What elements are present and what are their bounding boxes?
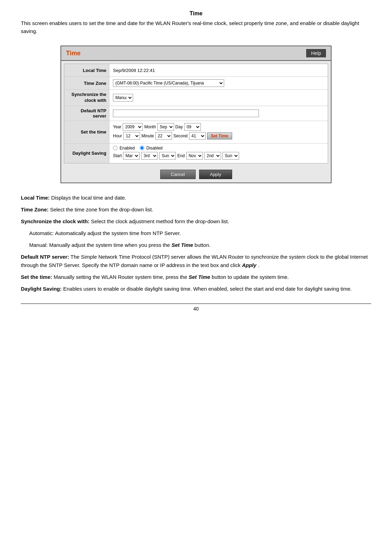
set-time-desc-para: Set the time: Manually setting the WLAN … bbox=[21, 273, 371, 281]
timezone-desc-text: Select the time zone from the drop-down … bbox=[50, 207, 153, 212]
ntp-row: Default NTP server bbox=[64, 106, 328, 121]
page-number: 40 bbox=[21, 304, 371, 312]
button-row: Cancel Apply bbox=[61, 166, 331, 183]
local-time-desc-para: Local Time: Displays the local time and … bbox=[21, 194, 371, 202]
timezone-select[interactable]: (GMT-08:00) Pacific Time (US/Canada), Ti… bbox=[113, 79, 224, 87]
sync-label: Synchronize the clock with bbox=[64, 90, 109, 106]
set-time-desc-text: Manually setting the WLAN Router system … bbox=[54, 274, 187, 280]
second-label: Second bbox=[173, 134, 188, 138]
timezone-content: (GMT-08:00) Pacific Time (US/Canada), Ti… bbox=[109, 77, 328, 89]
end-week-select[interactable]: 2nd bbox=[204, 152, 221, 160]
ntp-label: Default NTP server bbox=[64, 106, 109, 121]
description-section: Local Time: Displays the local time and … bbox=[21, 194, 371, 293]
ntp-content bbox=[109, 107, 328, 119]
local-time-desc-text: Displays the local time and date. bbox=[51, 195, 126, 201]
set-time-button[interactable]: Set Time bbox=[207, 132, 232, 139]
set-time-inline-manual: Set Time bbox=[171, 242, 193, 248]
daylight-desc-term: Daylight Saving: bbox=[21, 286, 62, 292]
year-label: Year bbox=[113, 124, 121, 129]
year-select[interactable]: 2009 bbox=[123, 123, 143, 131]
timezone-label: Time Zone bbox=[64, 77, 109, 89]
day-label: Day bbox=[175, 124, 183, 129]
apply-button[interactable]: Apply bbox=[199, 170, 232, 179]
daylight-row: Daylight Saving Enabled Disabled Start bbox=[64, 144, 328, 163]
set-time-end: button to update the system time. bbox=[212, 274, 289, 280]
ntp-end: . bbox=[258, 262, 259, 268]
hour-select[interactable]: 12 bbox=[123, 132, 140, 140]
hms-line: Hour 12 Minute 22 Second 41 Set Time bbox=[113, 132, 324, 140]
page-title: Time bbox=[21, 10, 371, 17]
sync-select[interactable]: Manual bbox=[113, 94, 133, 102]
local-time-label: Local Time bbox=[64, 64, 109, 76]
sync-desc-text: Select the clock adjustment method form … bbox=[91, 218, 229, 224]
auto-label: Automatic: Automatically adjust the syst… bbox=[29, 230, 181, 236]
help-button[interactable]: Help bbox=[306, 49, 326, 57]
sync-desc-term: Synchronize the clock with: bbox=[21, 218, 90, 224]
enabled-radio-group: Enabled bbox=[113, 146, 135, 151]
panel-body: Local Time Sep/9/2009 12:22:41 Time Zone… bbox=[64, 64, 328, 163]
disabled-radio-group: Disabled bbox=[140, 146, 163, 151]
end-label: End bbox=[177, 153, 185, 158]
disabled-radio[interactable] bbox=[140, 146, 144, 150]
panel-header: Time Help bbox=[61, 46, 331, 61]
local-time-row: Local Time Sep/9/2009 12:22:41 bbox=[64, 64, 328, 77]
enabled-radio[interactable] bbox=[113, 146, 117, 150]
start-week-select[interactable]: 3rd bbox=[141, 152, 158, 160]
sync-content: Manual bbox=[109, 92, 328, 104]
set-time-label: Set the time bbox=[64, 121, 109, 143]
day-select[interactable]: 09 bbox=[184, 123, 201, 131]
end-day-select[interactable]: Sun bbox=[222, 152, 239, 160]
manual-desc-para: Manual: Manually adjust the system time … bbox=[21, 241, 371, 249]
manual-label: Manual: Manually adjust the system time … bbox=[29, 242, 170, 248]
ntp-desc-text: The Simple Network Time Protocol (SNTP) … bbox=[21, 254, 368, 268]
local-time-content: Sep/9/2009 12:22:41 bbox=[109, 66, 328, 75]
disabled-label: Disabled bbox=[146, 146, 163, 151]
set-time-content: Year 2009 Month Sep Day 09 Hour bbox=[109, 121, 328, 143]
sync-desc-para: Synchronize the clock with: Select the c… bbox=[21, 217, 371, 226]
local-time-desc-term: Local Time: bbox=[21, 195, 50, 201]
set-time-desc-term: Set the time: bbox=[21, 274, 52, 280]
hour-label: Hour bbox=[113, 134, 122, 138]
minute-label: Minute bbox=[141, 134, 154, 138]
month-label: Month bbox=[144, 124, 156, 129]
sync-row: Synchronize the clock with Manual bbox=[64, 90, 328, 106]
minute-select[interactable]: 22 bbox=[155, 132, 172, 140]
daylight-dates-line: Start Mar 3rd Sun End Nov 2nd bbox=[113, 152, 324, 160]
timezone-desc-term: Time Zone: bbox=[21, 207, 49, 212]
timezone-desc-para: Time Zone: Select the time zone from the… bbox=[21, 205, 371, 214]
month-select[interactable]: Sep bbox=[157, 123, 174, 131]
auto-desc-para: Automatic: Automatically adjust the syst… bbox=[21, 229, 371, 237]
intro-text: This screen enables users to set the tim… bbox=[21, 19, 371, 35]
set-time-inline-desc: Set Time bbox=[189, 274, 210, 280]
daylight-content: Enabled Disabled Start Mar 3rd bbox=[109, 144, 328, 163]
router-panel: Time Help Local Time Sep/9/2009 12:22:41… bbox=[60, 46, 332, 183]
panel-title: Time bbox=[66, 50, 81, 57]
ntp-desc-para: Default NTP server: The Simple Network T… bbox=[21, 253, 371, 269]
daylight-radio-line: Enabled Disabled bbox=[113, 146, 324, 151]
second-select[interactable]: 41 bbox=[189, 132, 206, 140]
apply-inline: Apply bbox=[242, 262, 256, 268]
ntp-desc-term: Default NTP server: bbox=[21, 254, 69, 260]
end-month-select[interactable]: Nov bbox=[186, 152, 203, 160]
daylight-desc-para: Daylight Saving: Enables users to enable… bbox=[21, 285, 371, 293]
daylight-label: Daylight Saving bbox=[64, 144, 109, 163]
local-time-value: Sep/9/2009 12:22:41 bbox=[113, 68, 155, 73]
timezone-row: Time Zone (GMT-08:00) Pacific Time (US/C… bbox=[64, 77, 328, 90]
ntp-input[interactable] bbox=[113, 110, 259, 117]
start-day-select[interactable]: Sun bbox=[159, 152, 176, 160]
start-month-select[interactable]: Mar bbox=[123, 152, 140, 160]
enabled-label: Enabled bbox=[120, 146, 135, 151]
start-label: Start bbox=[113, 153, 122, 158]
daylight-desc-text: Enables users to enable or disable dayli… bbox=[63, 286, 352, 292]
set-time-row: Set the time Year 2009 Month Sep Day 09 bbox=[64, 121, 328, 144]
ymd-line: Year 2009 Month Sep Day 09 bbox=[113, 123, 324, 131]
manual-label-end: button. bbox=[195, 242, 211, 248]
cancel-button[interactable]: Cancel bbox=[160, 170, 196, 179]
